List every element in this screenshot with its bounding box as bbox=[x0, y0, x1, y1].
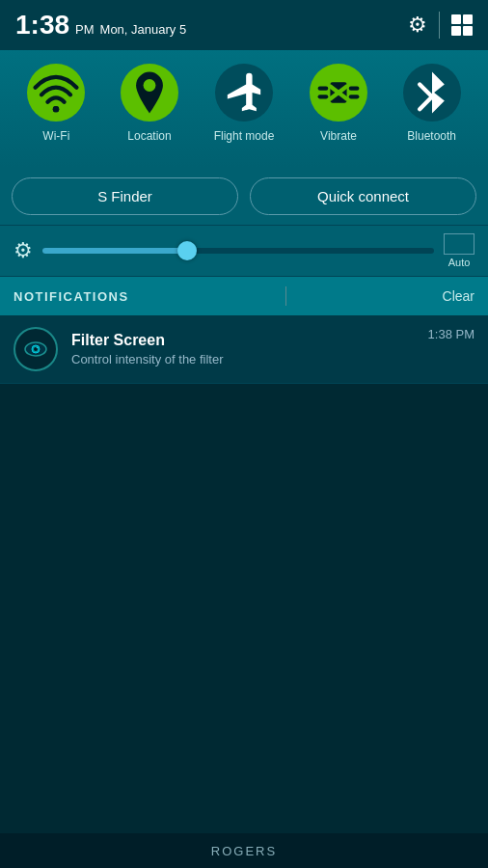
status-divider bbox=[439, 12, 440, 39]
svg-point-12 bbox=[37, 347, 39, 349]
notifications-header-divider bbox=[285, 286, 286, 306]
quick-icon-location[interactable]: Location bbox=[121, 64, 178, 143]
status-icons-group: ⚙ bbox=[408, 12, 473, 39]
settings-icon[interactable]: ⚙ bbox=[408, 13, 427, 38]
location-circle bbox=[121, 64, 178, 122]
quick-settings-panel: Wi-Fi Location Flight mode bbox=[0, 50, 488, 168]
quick-icon-vibrate[interactable]: Vibrate bbox=[310, 64, 367, 143]
clock-date: Mon, January 5 bbox=[100, 22, 187, 37]
notification-time: 1:38 PM bbox=[428, 327, 474, 341]
brightness-fill bbox=[42, 248, 187, 254]
notification-icon-wrap bbox=[14, 327, 58, 371]
quick-icons-row: Wi-Fi Location Flight mode bbox=[10, 64, 478, 143]
brightness-auto-box bbox=[444, 233, 474, 255]
status-time-group: 1:38 PM Mon, January 5 bbox=[15, 10, 186, 41]
wifi-icon bbox=[27, 64, 85, 122]
carrier-label: ROGERS bbox=[211, 844, 277, 858]
notifications-title: NOTIFICATIONS bbox=[14, 289, 129, 304]
clock-ampm: PM bbox=[75, 22, 95, 37]
vibrate-circle bbox=[310, 64, 367, 122]
quick-icon-flight[interactable]: Flight mode bbox=[214, 64, 275, 143]
svg-point-1 bbox=[144, 79, 156, 92]
flight-circle bbox=[215, 64, 273, 122]
grid-view-icon[interactable] bbox=[451, 14, 473, 36]
filter-screen-icon bbox=[23, 337, 48, 362]
s-finder-button[interactable]: S Finder bbox=[12, 177, 238, 215]
clock-time: 1:38 bbox=[15, 10, 69, 41]
quick-icon-bluetooth[interactable]: Bluetooth bbox=[403, 64, 461, 143]
bottom-bar: ROGERS bbox=[0, 833, 488, 868]
clear-button[interactable]: Clear bbox=[443, 288, 474, 304]
vibrate-icon bbox=[310, 64, 367, 122]
bluetooth-label: Bluetooth bbox=[407, 129, 456, 143]
bluetooth-circle bbox=[403, 64, 461, 122]
bluetooth-icon bbox=[403, 64, 461, 122]
flight-icon bbox=[215, 64, 273, 122]
flight-label: Flight mode bbox=[214, 129, 275, 143]
main-content-area bbox=[0, 384, 488, 712]
notifications-header: NOTIFICATIONS Clear bbox=[0, 276, 488, 315]
quick-connect-button[interactable]: Quick connect bbox=[250, 177, 476, 215]
brightness-row: ⚙ Auto bbox=[0, 225, 488, 276]
buttons-row: S Finder Quick connect bbox=[0, 168, 488, 225]
location-label: Location bbox=[127, 129, 171, 143]
brightness-icon[interactable]: ⚙ bbox=[14, 238, 33, 263]
brightness-auto-group: Auto bbox=[444, 233, 474, 268]
notification-content: Filter Screen Control intensity of the f… bbox=[71, 332, 415, 366]
brightness-thumb bbox=[177, 241, 197, 260]
brightness-auto-label: Auto bbox=[448, 257, 471, 268]
quick-icon-wifi[interactable]: Wi-Fi bbox=[27, 64, 85, 143]
brightness-slider[interactable] bbox=[42, 248, 434, 254]
vibrate-label: Vibrate bbox=[320, 129, 357, 143]
svg-point-0 bbox=[53, 106, 59, 112]
location-icon bbox=[121, 64, 178, 122]
status-bar: 1:38 PM Mon, January 5 ⚙ bbox=[0, 0, 488, 50]
notification-title: Filter Screen bbox=[71, 332, 415, 349]
wifi-label: Wi-Fi bbox=[42, 129, 69, 143]
notification-subtitle: Control intensity of the filter bbox=[71, 352, 415, 366]
notification-item[interactable]: Filter Screen Control intensity of the f… bbox=[0, 315, 488, 384]
wifi-circle bbox=[27, 64, 85, 122]
